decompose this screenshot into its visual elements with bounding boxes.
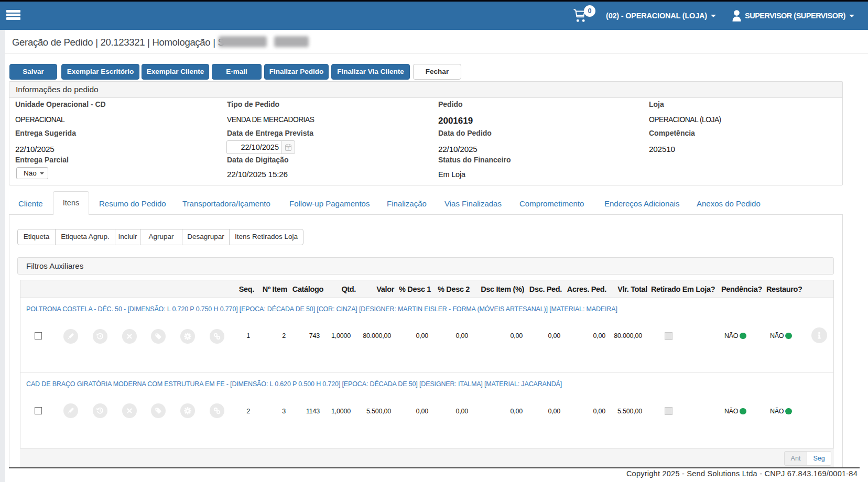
- svg-text:7: 7: [287, 147, 289, 150]
